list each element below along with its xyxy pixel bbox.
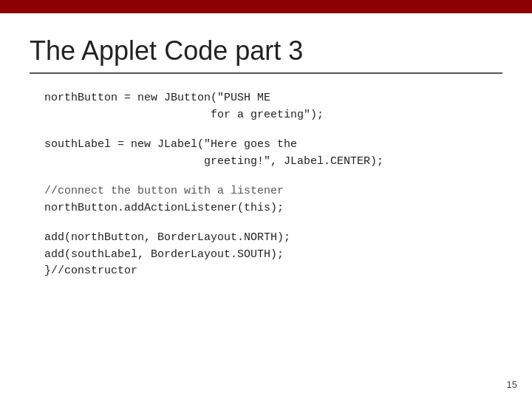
code-section-3: //connect the button with a listener nor… <box>44 183 502 216</box>
code-section-2: southLabel = new JLabel("Here goes the g… <box>44 137 502 170</box>
top-bar <box>0 0 532 13</box>
code-line-3-1: northButton.addActionListener(this); <box>44 200 502 217</box>
code-line-4-2: add(southLabel, BorderLayout.SOUTH); <box>44 247 502 264</box>
code-line-1-2: for a greeting"); <box>44 107 502 124</box>
code-line-2-1: southLabel = new JLabel("Here goes the <box>44 137 502 154</box>
code-section-4: add(northButton, BorderLayout.NORTH); ad… <box>44 230 502 280</box>
code-line-4-3: }//constructor <box>44 263 502 280</box>
page-number: 15 <box>507 379 517 390</box>
title-divider <box>30 72 502 74</box>
code-line-1-1: northButton = new JButton("PUSH ME <box>44 90 502 107</box>
slide-title: The Applet Code part 3 <box>30 35 502 66</box>
code-block: northButton = new JButton("PUSH ME for a… <box>44 90 502 280</box>
code-section-1: northButton = new JButton("PUSH ME for a… <box>44 90 502 123</box>
slide-container: The Applet Code part 3 northButton = new… <box>0 13 532 399</box>
code-line-4-1: add(northButton, BorderLayout.NORTH); <box>44 230 502 247</box>
code-comment-3: //connect the button with a listener <box>44 183 502 200</box>
code-line-2-2: greeting!", JLabel.CENTER); <box>44 154 502 171</box>
